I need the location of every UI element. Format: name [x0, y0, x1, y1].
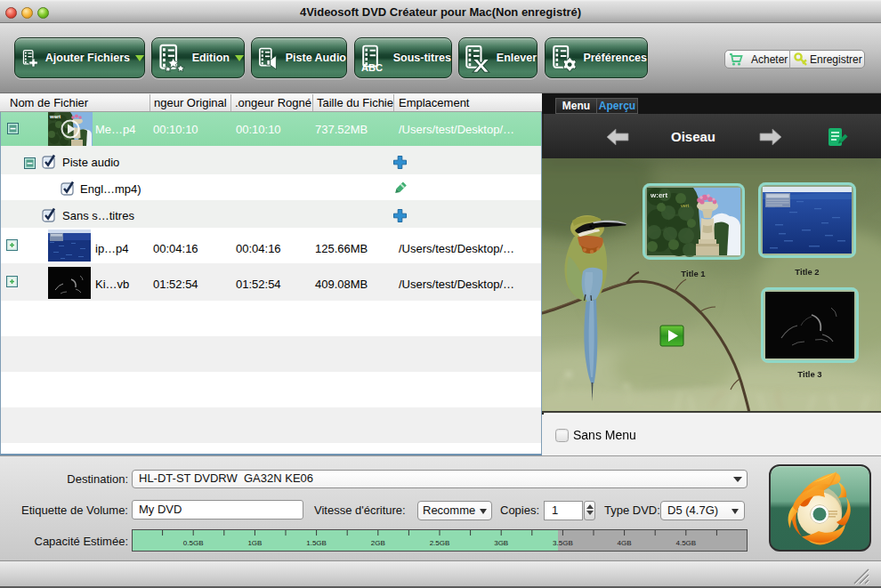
svg-text:3.5GB: 3.5GB: [553, 539, 573, 547]
svg-text:Title 2: Title 2: [795, 267, 819, 277]
svg-text:0.5GB: 0.5GB: [183, 539, 204, 547]
svg-text:vert: vert: [681, 203, 690, 208]
svg-text:ABC: ABC: [361, 62, 383, 73]
svg-text:2GB: 2GB: [371, 539, 385, 547]
svg-text:4GB: 4GB: [618, 539, 632, 547]
svg-text:3GB: 3GB: [494, 539, 508, 547]
svg-text:w:ert: w:ert: [650, 191, 667, 199]
svg-text:wərt: wərt: [49, 114, 61, 119]
svg-text:1.5GB: 1.5GB: [306, 539, 327, 547]
svg-text:Title 1: Title 1: [681, 269, 706, 278]
svg-text:4.5GB: 4.5GB: [675, 539, 696, 547]
svg-text:2.5GB: 2.5GB: [430, 539, 450, 547]
svg-text:Title 3: Title 3: [797, 369, 821, 379]
svg-text:1GB: 1GB: [247, 539, 262, 547]
